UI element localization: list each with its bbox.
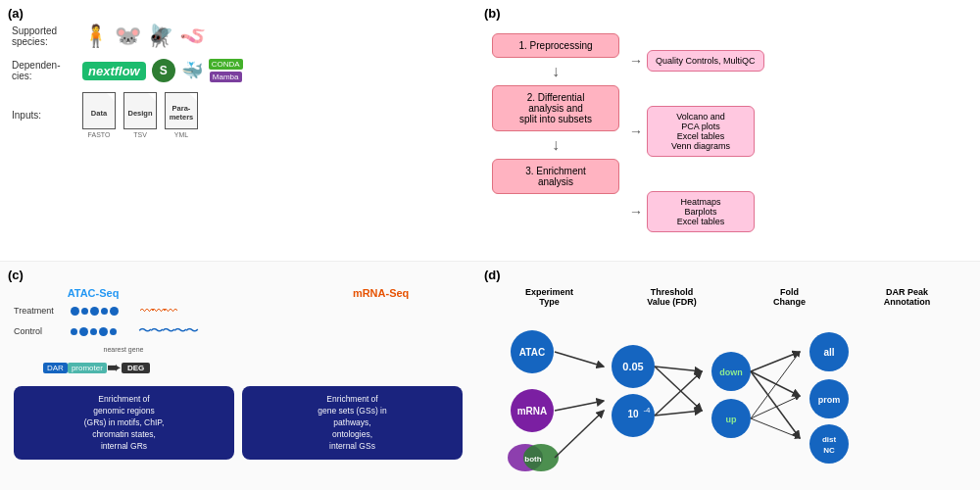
svg-text:dist: dist (822, 435, 837, 444)
enrich-mrna-box: Enrichment ofgene sets (GSs) inpathways,… (242, 386, 463, 460)
design-file-name: Design (127, 109, 152, 118)
dot5 (110, 307, 119, 316)
inputs-label: Inputs: (12, 110, 82, 121)
svg-line-27 (751, 396, 800, 418)
panel-a-content: Supportedspecies: 🧍 🐭 🪰 🪱 Dependen-cies:… (12, 24, 468, 138)
svg-line-15 (655, 367, 702, 371)
panel-c-content: ATAC-Seq mRNA-Seq Treatment 〰〰〰 (8, 287, 468, 460)
cdot5 (110, 328, 117, 335)
species-label: Supportedspecies: (12, 25, 82, 47)
control-wave: 〜〜〜〜〜 (138, 322, 197, 340)
output-1: → Quality Controls, MultiQC (629, 50, 764, 72)
arrow-right-3: → (629, 204, 643, 220)
treatment-track: Treatment 〰〰〰 (14, 303, 463, 318)
deg-box: DEG (122, 363, 150, 373)
svg-text:down: down (719, 368, 743, 377)
output-box-3: HeatmapsBarplotsExcel tables (647, 191, 755, 232)
panel-d-label: (d) (484, 268, 501, 282)
svg-text:prom: prom (818, 395, 841, 405)
seq-tracks: Treatment 〰〰〰 Control (14, 303, 463, 340)
design-file-icon: Design TSV (123, 92, 157, 138)
svg-text:-4: -4 (643, 406, 651, 415)
nextflow-badge: nextflow (82, 62, 146, 80)
svg-text:0.05: 0.05 (622, 361, 643, 372)
control-track: Control 〜〜〜〜〜 (14, 322, 463, 340)
seq-header: ATAC-Seq mRNA-Seq (14, 287, 463, 299)
output-1-text: Quality Controls, MultiQC (656, 56, 756, 66)
step-3-text: 3. Enrichmentanalysis (525, 166, 586, 187)
panel-d-content: ExperimentType ThresholdValue (FDR) Fold… (484, 287, 972, 479)
svg-text:up: up (726, 415, 737, 424)
svg-point-33 (809, 424, 849, 464)
output-box-1: Quality Controls, MultiQC (647, 50, 764, 72)
svg-line-18 (655, 411, 702, 416)
data-file-icon: Data FASTO (82, 92, 116, 138)
dar-box: DAR (43, 363, 68, 373)
dar-promoter-row: DAR promoter ➨ DEG (43, 357, 463, 378)
panel-a: (a) Supportedspecies: 🧍 🐭 🪰 🪱 Dependen-c… (0, 0, 476, 261)
col-header-fold: FoldChange (765, 287, 814, 307)
cdot2 (79, 327, 88, 336)
human-icon: 🧍 (82, 24, 109, 49)
step-1-box: 1. Preprocessing (492, 33, 619, 58)
enrich-mrna-text: Enrichment ofgene sets (GSs) inpathways,… (318, 394, 386, 451)
arrow-right-1: → (629, 53, 643, 69)
deps-row: Dependen-cies: nextflow S 🐳 CONDA Mamba (12, 59, 468, 82)
design-file-ext: TSV (133, 131, 147, 138)
output-box-2: Volcano andPCA plotsExcel tablesVenn dia… (647, 106, 755, 157)
treatment-dots (71, 307, 119, 316)
output-2-text: Volcano andPCA plotsExcel tablesVenn dia… (671, 112, 730, 151)
panel-b: (b) 1. Preprocessing ↓ 2. Differentialan… (476, 0, 980, 261)
cdot1 (71, 328, 77, 335)
control-label: Control (14, 326, 65, 336)
enrich-atac-text: Enrichment ofgenomic regions(GRs) in mot… (84, 394, 165, 451)
params-file-name: Para-meters (170, 104, 194, 122)
svg-text:NC: NC (823, 446, 835, 455)
svg-line-9 (555, 411, 604, 458)
dot4 (101, 308, 108, 315)
data-file-name: Data (91, 109, 107, 118)
panel-d: (d) ExperimentType ThresholdValue (FDR) … (476, 261, 980, 490)
mrna-seq-label: mRNA-Seq (353, 287, 409, 299)
svg-text:both: both (524, 455, 541, 464)
promoter-box: promoter (68, 363, 107, 373)
svg-line-7 (555, 352, 604, 367)
mouse-icon: 🐭 (115, 24, 141, 49)
dot3 (90, 307, 99, 316)
input-files: Data FASTO Design TSV Para-meters (82, 92, 198, 138)
docker-icon: 🐳 (181, 60, 203, 81)
arrow-right-2: → (629, 123, 643, 139)
data-file-ext: FASTO (88, 131, 111, 138)
d-col-headers: ExperimentType ThresholdValue (FDR) Fold… (488, 287, 968, 307)
output-3: → HeatmapsBarplotsExcel tables (629, 191, 764, 232)
svg-text:all: all (823, 347, 834, 358)
col-header-thresh: ThresholdValue (FDR) (643, 287, 702, 307)
data-file-body: Data (82, 92, 116, 129)
panel-a-label: (a) (8, 6, 24, 21)
panel-b-label: (b) (484, 6, 501, 21)
workflow-container: 1. Preprocessing ↓ 2. Differentialanalys… (484, 29, 972, 253)
snakemake-badge: S (152, 59, 175, 82)
panel-c: (c) ATAC-Seq mRNA-Seq Treatment (0, 261, 476, 490)
worm-icon: 🪱 (179, 24, 206, 49)
panel-c-label: (c) (8, 268, 24, 282)
dot2 (81, 308, 88, 315)
treatment-label: Treatment (14, 306, 65, 316)
deps-label: Dependen-cies: (12, 60, 82, 81)
d-flow-diagram: ATAC mRNA both 0.05 (488, 313, 968, 479)
inputs-row: Inputs: Data FASTO Design TSV (12, 92, 468, 138)
atac-seq-label: ATAC-Seq (68, 287, 120, 299)
species-icons: 🧍 🐭 🪰 🪱 (82, 24, 206, 49)
docker-group: 🐳 (181, 60, 203, 81)
cdot4 (99, 327, 108, 336)
svg-line-17 (655, 371, 702, 416)
step-2-text: 2. Differentialanalysis andsplit into su… (519, 92, 592, 124)
conda-mamba-group: CONDA Mamba (209, 59, 243, 82)
svg-text:ATAC: ATAC (519, 347, 545, 358)
params-file-ext: YML (174, 131, 188, 138)
svg-line-24 (751, 371, 800, 396)
output-columns: → Quality Controls, MultiQC → Volcano an… (629, 33, 764, 249)
params-file-body: Para-meters (165, 92, 198, 129)
step-2-box: 2. Differentialanalysis andsplit into su… (492, 85, 619, 131)
treatment-wave: 〰〰〰 (140, 303, 175, 318)
